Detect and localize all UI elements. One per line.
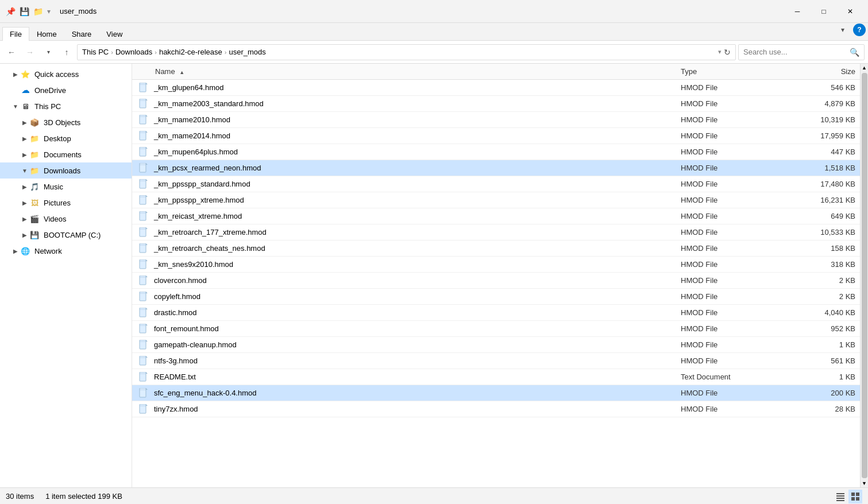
breadcrumb-pc[interactable]: This PC [82, 48, 109, 56]
file-name: _km_retroarch_cheats_nes.hmod [151, 244, 676, 253]
svg-marker-49 [146, 340, 148, 342]
col-header-name[interactable]: Name ▲ [151, 67, 676, 76]
table-row[interactable]: copyleft.hmod HMOD File 2 KB [132, 289, 860, 305]
chevron-desktop: ▶ [21, 134, 29, 142]
scroll-down-button[interactable]: ▼ [861, 479, 869, 487]
svg-rect-15 [140, 163, 146, 172]
table-row[interactable]: _km_ppsspp_standard.hmod HMOD File 17,48… [132, 176, 860, 192]
table-row[interactable]: _km_retroarch_177_xtreme.hmod HMOD File … [132, 224, 860, 241]
sort-indicator: ▲ [179, 69, 184, 75]
file-icon [137, 370, 151, 384]
file-name: _km_pcsx_rearmed_neon.hmod [151, 164, 676, 172]
up-button[interactable]: ↑ [59, 44, 75, 60]
svg-marker-25 [146, 211, 148, 213]
pin-icon[interactable]: 📌 [5, 6, 16, 17]
table-row[interactable]: _km_glupen64.hmod HMOD File 546 KB [132, 80, 860, 96]
chevron-pictures: ▶ [21, 199, 29, 207]
address-bar[interactable]: This PC › Downloads › hakchi2-ce-release… [77, 44, 736, 60]
maximize-button[interactable]: □ [811, 0, 837, 23]
view-details-button[interactable] [834, 490, 847, 503]
scroll-up-button[interactable]: ▲ [861, 64, 869, 72]
table-row[interactable]: drastic.hmod HMOD File 4,040 KB [132, 305, 860, 321]
file-type: HMOD File [676, 340, 791, 349]
search-box[interactable]: 🔍 [738, 44, 865, 60]
file-type: HMOD File [676, 228, 791, 237]
filelist-header: Name ▲ Type Size [132, 64, 860, 80]
minimize-button[interactable]: ─ [784, 0, 811, 23]
col-header-size[interactable]: Size [791, 67, 860, 76]
col-header-type[interactable]: Type [676, 67, 791, 76]
tab-view[interactable]: View [99, 27, 130, 41]
view-tiles-button[interactable] [848, 490, 862, 503]
table-row[interactable]: font_remount.hmod HMOD File 952 KB [132, 321, 860, 337]
recent-locations-button[interactable]: ▾ [40, 44, 56, 60]
sidebar-item-bootcamp[interactable]: ▶ 💾 BOOTCAMP (C:) [0, 227, 132, 243]
table-row[interactable]: _km_mame2010.hmod HMOD File 10,319 KB [132, 112, 860, 128]
star-icon: ⭐ [20, 68, 31, 80]
folder-icon[interactable]: 📁 [32, 6, 44, 17]
svg-marker-52 [146, 356, 148, 358]
breadcrumb-downloads[interactable]: Downloads [115, 48, 152, 56]
table-row[interactable]: _km_mame2003_standard.hmod HMOD File 4,8… [132, 96, 860, 112]
breadcrumb-user-mods[interactable]: user_mods [229, 48, 265, 56]
file-type: HMOD File [676, 196, 791, 204]
table-row[interactable]: _km_snes9x2010.hmod HMOD File 318 KB [132, 257, 860, 273]
table-row[interactable]: _km_mupen64plus.hmod HMOD File 447 KB [132, 144, 860, 160]
table-row[interactable]: _km_reicast_xtreme.hmod HMOD File 649 KB [132, 208, 860, 224]
sidebar-item-this-pc[interactable]: ▼ 🖥 This PC [0, 98, 132, 114]
table-row[interactable]: tiny7zx.hmod HMOD File 28 KB [132, 401, 860, 417]
table-row[interactable]: clovercon.hmod HMOD File 2 KB [132, 273, 860, 289]
address-dropdown-button[interactable]: ▾ [718, 48, 722, 56]
sidebar-item-quick-access[interactable]: ▶ ⭐ Quick access [0, 66, 132, 82]
close-button[interactable]: ✕ [837, 0, 863, 23]
sidebar-label-this-pc: This PC [34, 102, 61, 111]
tab-file[interactable]: File [2, 27, 29, 41]
forward-button[interactable]: → [22, 44, 38, 60]
sidebar-item-documents[interactable]: ▶ 📁 Documents [0, 146, 132, 162]
table-row[interactable]: _km_pcsx_rearmed_neon.hmod HMOD File 1,5… [132, 160, 860, 176]
sidebar-item-music[interactable]: ▶ 🎵 Music [0, 179, 132, 195]
table-row[interactable]: _km_ppsspp_xtreme.hmod HMOD File 16,231 … [132, 192, 860, 208]
sidebar-label-3d-objects: 3D Objects [44, 118, 80, 127]
scroll-thumb[interactable] [862, 73, 867, 478]
file-name: _km_mame2014.hmod [151, 131, 676, 140]
svg-rect-6 [140, 115, 146, 124]
breadcrumb-sep-3: › [225, 49, 227, 56]
address-refresh-button[interactable]: ↻ [724, 48, 731, 57]
sidebar-item-3d-objects[interactable]: ▶ 📦 3D Objects [0, 114, 132, 130]
scrollbar[interactable]: ▲ ▼ [860, 64, 868, 487]
sidebar-label-downloads: Downloads [44, 166, 80, 175]
sidebar-item-network[interactable]: ▶ 🌐 Network [0, 243, 132, 259]
table-row[interactable]: _km_mame2014.hmod HMOD File 17,959 KB [132, 128, 860, 144]
file-type: Text Document [676, 373, 791, 381]
search-input[interactable] [743, 48, 846, 56]
svg-marker-43 [146, 308, 148, 309]
save-icon[interactable]: 💾 [18, 6, 30, 17]
breadcrumb-hakchi[interactable]: hakchi2-ce-release [159, 48, 222, 56]
chevron-bootcamp: ▶ [21, 231, 29, 239]
sidebar-item-pictures[interactable]: ▶ 🖼 Pictures [0, 195, 132, 211]
tab-home[interactable]: Home [29, 27, 64, 41]
sidebar-item-videos[interactable]: ▶ 🎬 Videos [0, 211, 132, 227]
sidebar-item-downloads[interactable]: ▼ 📁 Downloads [0, 162, 132, 179]
chevron-downloads: ▼ [21, 166, 29, 175]
file-icon [137, 306, 151, 320]
breadcrumb: This PC › Downloads › hakchi2-ce-release… [82, 48, 266, 56]
table-row[interactable]: gamepath-cleanup.hmod HMOD File 1 KB [132, 337, 860, 353]
table-row[interactable]: sfc_eng_menu_hack-0.4.hmod HMOD File 200… [132, 385, 860, 401]
help-button[interactable]: ? [853, 24, 866, 36]
chevron-3d-objects: ▶ [21, 118, 29, 126]
file-size: 28 KB [791, 405, 860, 413]
file-name: _km_glupen64.hmod [151, 83, 676, 92]
file-type: HMOD File [676, 324, 791, 333]
file-icon [137, 177, 151, 191]
table-row[interactable]: README.txt Text Document 1 KB [132, 369, 860, 385]
sidebar-item-desktop[interactable]: ▶ 📁 Desktop [0, 130, 132, 146]
ribbon-expand-button[interactable]: ▾ [835, 22, 851, 38]
table-row[interactable]: ntfs-3g.hmod HMOD File 561 KB [132, 353, 860, 369]
back-button[interactable]: ← [3, 44, 20, 60]
table-row[interactable]: _km_retroarch_cheats_nes.hmod HMOD File … [132, 241, 860, 257]
sidebar-item-onedrive[interactable]: ☁ OneDrive [0, 82, 132, 98]
documents-icon: 📁 [29, 149, 40, 160]
tab-share[interactable]: Share [64, 27, 99, 41]
